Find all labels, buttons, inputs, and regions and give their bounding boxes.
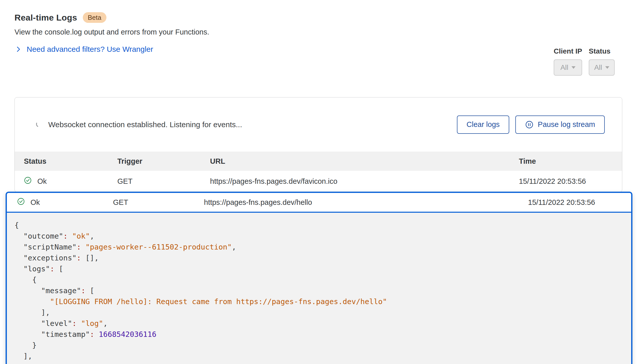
log-table-header: Status Trigger URL Time: [15, 152, 622, 171]
column-header-url: URL: [210, 157, 513, 166]
row-url: https://pages-fns.pages.dev/favicon.ico: [210, 177, 513, 186]
table-row-selected[interactable]: Ok GET https://pages-fns.pages.dev/hello…: [7, 193, 631, 213]
clear-logs-button-label: Clear logs: [467, 120, 500, 129]
stream-status-message: Websocket connection established. Listen…: [48, 120, 242, 129]
table-row[interactable]: Ok GET https://pages-fns.pages.dev/favic…: [15, 171, 622, 192]
filter-label-client-ip: Client IP: [554, 47, 582, 55]
row-time: 15/11/2022 20:53:56: [513, 177, 622, 186]
filters: Client IP All Status All: [554, 47, 615, 76]
client-ip-filter-value: All: [560, 63, 568, 72]
status-ok-icon: [24, 176, 32, 186]
row-url: https://pages-fns.pages.dev/hello: [204, 198, 522, 207]
status-ok-icon: [17, 197, 25, 207]
status-filter-dropdown[interactable]: All: [589, 59, 615, 76]
row-status: Ok: [37, 177, 47, 186]
page-subtitle: View the console.log output and errors f…: [14, 28, 209, 36]
beta-badge: Beta: [83, 12, 107, 23]
advanced-filters-link[interactable]: Need advanced filters? Use Wrangler: [14, 45, 153, 54]
client-ip-filter-dropdown[interactable]: All: [554, 59, 582, 76]
expanded-log-entry: Ok GET https://pages-fns.pages.dev/hello…: [6, 192, 632, 364]
row-trigger: GET: [117, 177, 210, 186]
chevron-right-icon: [14, 45, 22, 53]
clear-logs-button[interactable]: Clear logs: [457, 115, 509, 134]
pause-icon: [525, 120, 534, 129]
column-header-status: Status: [24, 157, 117, 166]
page-header: Real-time Logs Beta View the console.log…: [14, 12, 209, 54]
chevron-down-icon: [605, 66, 609, 69]
filter-label-status: Status: [589, 47, 615, 55]
stream-status-bar: Websocket connection established. Listen…: [15, 97, 622, 152]
column-header-trigger: Trigger: [117, 157, 210, 166]
row-time: 15/11/2022 20:53:56: [522, 198, 631, 207]
status-filter-value: All: [594, 63, 602, 72]
spinner-icon: [36, 121, 43, 129]
row-trigger: GET: [113, 198, 204, 207]
column-header-time: Time: [513, 157, 622, 166]
chevron-down-icon: [571, 66, 576, 69]
row-status: Ok: [30, 198, 40, 207]
log-stream-card: Websocket connection established. Listen…: [14, 97, 622, 192]
pause-log-stream-button-label: Pause log stream: [538, 120, 595, 129]
advanced-filters-link-label: Need advanced filters? Use Wrangler: [27, 45, 153, 54]
page-title: Real-time Logs: [14, 13, 77, 23]
pause-log-stream-button[interactable]: Pause log stream: [515, 115, 605, 134]
log-detail-json: { "outcome": "ok", "scriptName": "pages-…: [7, 213, 631, 364]
